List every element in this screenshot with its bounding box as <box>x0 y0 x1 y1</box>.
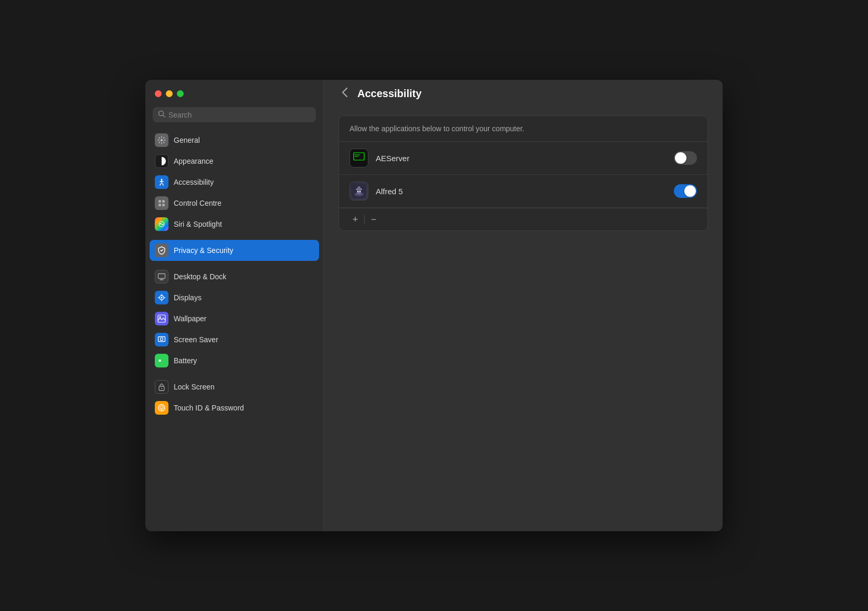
sidebar-item-privacy[interactable]: Privacy & Security <box>150 240 319 261</box>
sidebar: General Appearance Acc <box>145 80 324 531</box>
maximize-button[interactable] <box>177 90 184 97</box>
touchid-label: Touch ID & Password <box>174 404 244 412</box>
aeserver-row: AEServer <box>339 142 707 175</box>
sidebar-item-desktop[interactable]: Desktop & Dock <box>150 266 319 287</box>
svg-rect-6 <box>162 200 165 203</box>
screensaver-icon <box>155 333 168 346</box>
content-body: Allow the applications below to control … <box>324 107 723 531</box>
separator-2 <box>150 261 319 266</box>
sidebar-item-wallpaper[interactable]: Wallpaper <box>150 308 319 329</box>
aeserver-name: AEServer <box>376 154 666 163</box>
privacy-label: Privacy & Security <box>174 246 234 255</box>
sidebar-item-siri[interactable]: Siri & Spotlight <box>150 214 319 235</box>
svg-point-2 <box>161 139 163 141</box>
permission-description: Allow the applications below to control … <box>339 116 707 142</box>
svg-point-22 <box>161 338 163 341</box>
separator-3 <box>150 371 319 376</box>
svg-point-20 <box>160 317 161 318</box>
sidebar-list: General Appearance Acc <box>145 128 323 531</box>
svg-rect-24 <box>164 360 165 362</box>
appearance-icon <box>155 154 168 168</box>
sidebar-item-displays[interactable]: Displays <box>150 287 319 308</box>
svg-rect-25 <box>159 360 161 362</box>
search-input[interactable] <box>168 111 311 119</box>
sidebar-item-appearance[interactable]: Appearance <box>150 151 319 172</box>
back-button[interactable] <box>338 86 351 101</box>
sidebar-item-general[interactable]: General <box>150 130 319 151</box>
battery-label: Battery <box>174 356 197 365</box>
svg-rect-19 <box>158 315 165 322</box>
actions-row: + − <box>339 208 707 230</box>
app-window: General Appearance Acc <box>145 80 723 531</box>
general-label: General <box>174 136 200 144</box>
sidebar-item-touchid[interactable]: Touch ID & Password <box>150 397 319 418</box>
svg-rect-29 <box>352 151 366 165</box>
svg-rect-5 <box>158 200 161 203</box>
control-centre-icon <box>155 196 168 210</box>
sidebar-item-lockscreen[interactable]: Lock Screen <box>150 376 319 397</box>
add-app-button[interactable]: + <box>347 213 363 226</box>
svg-rect-8 <box>162 204 165 206</box>
content-header: Accessibility <box>324 80 723 107</box>
displays-label: Displays <box>174 293 202 302</box>
search-bar <box>153 107 316 122</box>
accessibility-icon <box>155 175 168 189</box>
svg-rect-21 <box>158 337 165 342</box>
aeserver-toggle[interactable] <box>674 151 697 165</box>
svg-line-1 <box>163 115 165 118</box>
sidebar-item-battery[interactable]: Battery <box>150 350 319 371</box>
svg-rect-10 <box>158 274 165 279</box>
svg-point-14 <box>161 297 163 299</box>
svg-point-39 <box>359 191 361 192</box>
svg-point-27 <box>161 388 162 389</box>
svg-rect-37 <box>357 186 361 190</box>
close-button[interactable] <box>155 90 162 97</box>
permission-box: Allow the applications below to control … <box>338 115 708 231</box>
actions-divider <box>364 215 365 224</box>
battery-icon <box>155 354 168 367</box>
alfred5-name: Alfred 5 <box>376 187 666 196</box>
displays-icon <box>155 291 168 304</box>
desktop-label: Desktop & Dock <box>174 272 226 281</box>
siri-label: Siri & Spotlight <box>174 220 222 228</box>
general-icon <box>155 133 168 147</box>
main-content: Accessibility Allow the applications bel… <box>324 80 723 531</box>
accessibility-label: Accessibility <box>174 178 214 186</box>
wallpaper-label: Wallpaper <box>174 314 207 323</box>
lockscreen-label: Lock Screen <box>174 383 215 391</box>
minimize-button[interactable] <box>166 90 173 97</box>
sidebar-item-screensaver[interactable]: Screen Saver <box>150 329 319 350</box>
alfred5-toggle[interactable] <box>674 184 697 198</box>
svg-point-38 <box>357 191 358 192</box>
remove-app-button[interactable]: − <box>366 213 382 226</box>
alfred5-toggle-knob <box>684 185 696 197</box>
appearance-label: Appearance <box>174 157 214 165</box>
touchid-icon <box>155 401 168 415</box>
lockscreen-icon <box>155 380 168 394</box>
alfred5-icon <box>350 182 368 201</box>
page-title: Accessibility <box>357 88 421 100</box>
siri-icon <box>155 217 168 231</box>
wallpaper-icon <box>155 312 168 325</box>
alfred5-row: Alfred 5 <box>339 175 707 208</box>
separator-1 <box>150 235 319 240</box>
aeserver-toggle-knob <box>675 152 686 164</box>
sidebar-item-control-centre[interactable]: Control Centre <box>150 193 319 214</box>
svg-point-4 <box>161 179 163 181</box>
desktop-icon <box>155 270 168 283</box>
aeserver-icon <box>350 149 368 167</box>
sidebar-item-accessibility[interactable]: Accessibility <box>150 172 319 193</box>
screensaver-label: Screen Saver <box>174 335 218 344</box>
svg-rect-7 <box>158 204 161 206</box>
search-icon <box>158 110 165 119</box>
titlebar <box>145 80 323 107</box>
privacy-icon <box>155 244 168 257</box>
control-centre-label: Control Centre <box>174 199 221 207</box>
